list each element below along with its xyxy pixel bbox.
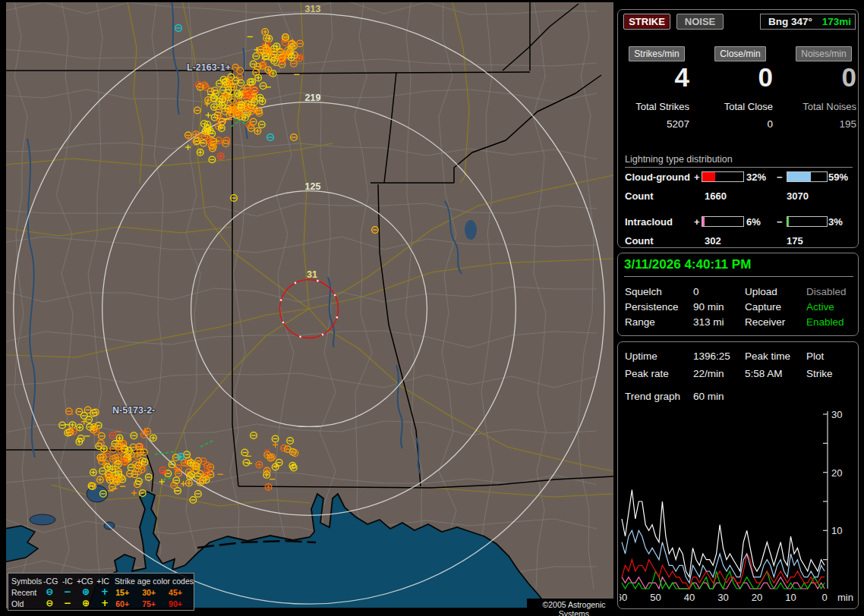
trend-graph-window: 60 min (693, 391, 724, 402)
svg-text:0: 0 (821, 592, 827, 603)
session-label1-1: Peak rate (625, 368, 669, 379)
dist-pos-bar-1 (702, 216, 744, 227)
range-ring-label-219: 219 (305, 93, 321, 103)
dist-pos-pct-1: 6% (746, 216, 761, 228)
ic-pos-symbol-icon: + (96, 599, 114, 608)
total-value-2: 195 (791, 118, 856, 130)
ic-pos-symbol-icon: + (96, 587, 114, 597)
total-value-1: 0 (708, 118, 773, 130)
counter-header-1[interactable]: Close/min (714, 46, 765, 61)
distribution-row-1: Intracloud +6%−3% (618, 216, 859, 228)
counter-header-2[interactable]: Noises/min (796, 46, 851, 61)
status-label1-0: Squelch (625, 286, 662, 297)
strike-counters-panel: STRIKE NOISE Bng 347° 173mi Strikes/min4… (617, 9, 859, 248)
status-value1-2: 313 mi (693, 316, 724, 328)
count-label-1: Count (625, 235, 654, 247)
rate-value-1: 0 (708, 64, 773, 90)
dist-pos-bar-0 (702, 171, 744, 182)
map-canvas[interactable]: 31321912531L-2163-1+N-5173-2- (6, 2, 613, 608)
status-value2-2: Enabled (806, 316, 844, 328)
total-label-0: Total Strikes (624, 101, 689, 112)
svg-text:10: 10 (785, 592, 796, 603)
status-value1-1: 90 min (693, 301, 724, 313)
session-value1-1: 22/min (693, 368, 724, 379)
dist-neg-bar-0 (787, 171, 828, 182)
storm-cell-label-0: L-2163-1+ (187, 62, 231, 73)
distribution-title: Lightning type distribution (625, 154, 853, 168)
status-label2-2: Receiver (745, 316, 785, 328)
distribution-count-row-0: Count16603070 (618, 190, 859, 203)
pos-count-1: 302 (705, 235, 721, 247)
rate-value-0: 4 (624, 64, 689, 90)
ic-neg-symbol-icon: − (58, 587, 76, 597)
dist-minus-sign-0: − (777, 171, 783, 183)
legend-age-header: Strike age color codes (112, 577, 194, 586)
session-value2-0: Plot (806, 350, 824, 362)
svg-text:50: 50 (650, 592, 661, 603)
status-label2-0: Upload (745, 286, 777, 297)
status-label1-1: Persistence (625, 301, 679, 313)
bearing-value: Bng 347° (768, 16, 812, 27)
age-code-45+: 45+ (167, 588, 194, 597)
legend-type-header-0: -CG (42, 577, 59, 586)
svg-text:30: 30 (717, 592, 728, 603)
status-label2-1: Capture (745, 301, 781, 313)
session-value2-1: Strike (806, 368, 833, 379)
counter-column-2: Noises/min0Total Noises195 (791, 46, 856, 130)
age-code-60+: 60+ (114, 599, 140, 608)
session-row-0: Uptime1396:25Peak timePlot (618, 350, 859, 363)
dist-pos-pct-0: 32% (746, 171, 766, 183)
total-label-1: Total Close (708, 101, 773, 112)
status-value2-0: Disabled (806, 286, 847, 297)
lightning-map[interactable]: 31321912531L-2163-1+N-5173-2- ©2005 Astr… (6, 2, 613, 608)
legend-header-row: Symbols-CG-IC+CG+ICStrike age color code… (11, 575, 194, 586)
cg-neg-symbol-icon: ⊖ (40, 599, 58, 608)
close-ring-label: 31 (307, 269, 317, 280)
session-label1-0: Uptime (625, 350, 657, 362)
pos-count-0: 1660 (705, 190, 727, 202)
svg-text:30: 30 (831, 409, 842, 420)
storm-cell-label-1: N-5173-2- (112, 405, 155, 416)
session-label2-0: Peak time (745, 350, 790, 362)
legend-age-label-1: Old (11, 599, 40, 608)
legend-row-old: Old⊖−⊕+60+75+90+ (11, 598, 194, 609)
age-code-75+: 75+ (140, 599, 167, 608)
svg-text:20: 20 (831, 467, 842, 479)
cg-pos-symbol-icon: ⊕ (76, 587, 96, 597)
legend-type-header-3: +IC (94, 577, 112, 586)
dist-neg-pct-1: 3% (828, 216, 843, 228)
session-value1-0: 1396:25 (693, 350, 730, 362)
distribution-row-0: Cloud-ground +32%−59% (618, 171, 859, 184)
dist-neg-bar-1 (787, 216, 828, 227)
legend-row-recent: Recent⊖−⊕+15+30+45+ (11, 586, 194, 598)
dist-minus-sign-1: − (777, 216, 783, 228)
dist-label-1: Intracloud (625, 216, 673, 228)
total-label-2: Total Noises (791, 101, 856, 112)
range-ring-label-313: 313 (305, 4, 321, 14)
legend-age-label-0: Recent (11, 588, 40, 597)
svg-text:40: 40 (684, 592, 695, 603)
status-row-0: Squelch0UploadDisabled (618, 286, 859, 298)
trend-graph-label: Trend graph (625, 391, 680, 402)
svg-text:min: min (837, 592, 853, 603)
legend-type-header-1: -IC (59, 577, 75, 586)
session-row-1: Peak rate22/min5:58 AMStrike (618, 368, 859, 380)
strike-mode-button[interactable]: STRIKE (623, 14, 670, 30)
distance-value: 173mi (822, 16, 851, 27)
dist-label-0: Cloud-ground (625, 171, 690, 183)
status-label1-2: Range (625, 316, 655, 328)
neg-count-1: 175 (787, 235, 803, 247)
dist-plus-sign-0: + (694, 171, 700, 183)
trend-panel: Uptime1396:25Peak timePlotPeak rate22/mi… (617, 341, 859, 609)
legend-symbols-header: Symbols (11, 577, 42, 586)
trend-graph-row: Trend graph 60 min (618, 391, 859, 403)
status-panel: 3/11/2026 4:40:11 PM Squelch0UploadDisab… (617, 253, 859, 336)
map-legend: Symbols-CG-IC+CG+ICStrike age color code… (8, 573, 194, 611)
status-value1-0: 0 (693, 286, 699, 297)
svg-text:10: 10 (831, 525, 842, 536)
count-label-0: Count (625, 190, 654, 202)
datetime-display: 3/11/2026 4:40:11 PM (624, 257, 853, 277)
counter-column-1: Close/min0Total Close0 (708, 46, 773, 130)
noise-mode-button[interactable]: NOISE (676, 14, 724, 30)
counter-header-0[interactable]: Strikes/min (629, 46, 684, 61)
